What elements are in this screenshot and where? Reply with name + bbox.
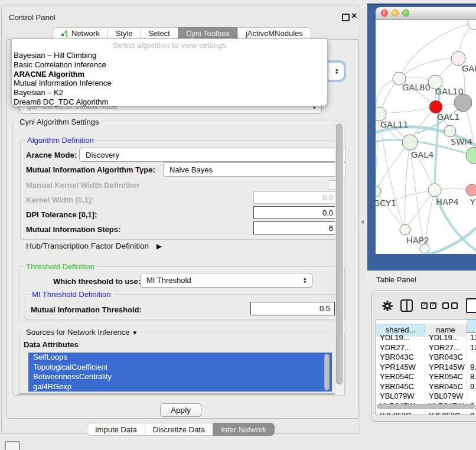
node-label-hap4: HAP4	[436, 197, 459, 207]
network-window-titlebar[interactable]	[376, 7, 476, 20]
mi-threshold-input[interactable]: 0.5	[250, 302, 335, 315]
network-node[interactable]	[454, 94, 472, 112]
network-node[interactable]	[466, 147, 476, 164]
network-node-gal4[interactable]	[402, 135, 418, 150]
select-all-columns-icon[interactable]: ✓✓	[421, 302, 436, 309]
tab-select[interactable]: Select	[141, 27, 178, 40]
settings-scrollbar-thumb[interactable]	[336, 123, 343, 384]
tab-jactivemnodules[interactable]: jActiveMNodules	[237, 27, 311, 40]
hub-definition-toggle[interactable]: Hub/Transcription Factor Definition ▶	[26, 242, 162, 250]
table-horizontal-scrollbar[interactable]	[377, 404, 475, 409]
settings-gear-icon[interactable]	[382, 300, 393, 312]
attribute-selfloops[interactable]: SelfLoops	[28, 353, 332, 363]
kernel-width-input[interactable]: 0.0	[253, 191, 338, 204]
aracne-mode-select[interactable]: Discovery ▲▼	[79, 148, 345, 162]
tab-label: Style	[116, 29, 133, 38]
node-label-gal: GAL	[462, 64, 476, 73]
table-row[interactable]: YBR043CYBR043C	[376, 353, 476, 363]
aracne-mode-value: Discovery	[86, 151, 119, 159]
which-threshold-select[interactable]: MI Threshold ▲▼	[140, 273, 312, 288]
network-node-hap2[interactable]	[400, 224, 410, 235]
panel-divider-arrow-icon[interactable]	[361, 220, 364, 224]
zoom-traffic-light-icon[interactable]	[402, 9, 409, 17]
dpi-tolerance-input[interactable]: 0.0	[253, 206, 338, 219]
node-label-y: Y	[470, 197, 475, 207]
tab-label: Infer Network	[221, 425, 266, 434]
table-row[interactable]: YBL079WYBL079W	[376, 392, 476, 402]
close-traffic-light-icon[interactable]	[381, 9, 388, 17]
algorithm-dropdown-popup: Select algorithm to view settings Bayesi…	[11, 38, 328, 106]
float-window-icon[interactable]	[342, 14, 350, 21]
node-label-gcy1: GCY1	[376, 198, 396, 208]
threshold-definition-title: Threshold Definition	[24, 262, 97, 271]
which-threshold-value: MI Threshold	[146, 276, 191, 285]
table-row[interactable]: YJL052CYJL052C9.	[376, 411, 476, 415]
table-row[interactable]: YDR27...YDR27...12	[376, 343, 476, 353]
mi-steps-input[interactable]: 6	[253, 221, 338, 234]
tab-infer-network[interactable]: Infer Network	[213, 423, 275, 436]
algorithm-option-bayesian-k2[interactable]: Bayesian – K2	[14, 88, 321, 97]
algorithm-option-basic-correlation-inference[interactable]: Basic Correlation Inference	[14, 60, 321, 70]
new-table-icon[interactable]	[466, 298, 476, 313]
network-node-y[interactable]	[466, 184, 476, 196]
deselect-all-columns-icon[interactable]	[442, 302, 458, 309]
split-columns-icon[interactable]	[400, 299, 413, 312]
network-node[interactable]	[420, 244, 429, 253]
tab-style[interactable]: Style	[107, 27, 141, 40]
network-icon	[61, 30, 69, 37]
attribute-topologicalcoefficient[interactable]: TopologicalCoefficient	[28, 363, 332, 373]
table-cell: YBL079W	[425, 392, 467, 402]
close-icon[interactable]: ×	[351, 11, 357, 21]
expand-right-arrow-icon: ▶	[157, 242, 162, 250]
tab-label: Cyni Toolbox	[186, 29, 230, 38]
table-row[interactable]: YDL19...YDL19...13	[376, 333, 476, 343]
control-panel-window: Control Panel × NetworkStyleSelectCyni T…	[1, 5, 360, 434]
algorithm-option-dream8-dc-tdc-algorithm[interactable]: Dream8 DC_TDC Algorithm	[14, 97, 321, 107]
table-row[interactable]: YBR045CYBR045C9.	[376, 382, 476, 392]
apply-button[interactable]: Apply	[160, 403, 201, 417]
table-row[interactable]: YPR145WYPR145W9.	[376, 363, 476, 373]
network-node-gcy1[interactable]	[376, 186, 381, 197]
node-table[interactable]: shared...name YDL19...YDL19...13YDR27...…	[376, 319, 476, 415]
tab-cyni-toolbox[interactable]: Cyni Toolbox	[178, 27, 237, 40]
window-title: Control Panel	[9, 13, 56, 22]
table-cell	[467, 353, 476, 363]
tab-label: Select	[149, 29, 170, 38]
cyni-settings-title: Cyni Algorithm Settings	[17, 118, 101, 126]
sources-title-label: Sources for Network Inference	[26, 328, 130, 337]
table-row[interactable]: YER054CYER054C8.	[376, 372, 476, 382]
attributes-list-scrollbar[interactable]	[324, 354, 330, 390]
tab-impute-data[interactable]: Impute Data	[87, 423, 145, 436]
minimize-traffic-light-icon[interactable]	[392, 9, 399, 17]
table-body: YDL19...YDL19...13YDR27...YDR27...12YBR0…	[376, 333, 476, 415]
sources-title[interactable]: Sources for Network Inference ▼	[24, 328, 140, 337]
network-node-swi4[interactable]	[444, 125, 456, 137]
table-cell: YPR145W	[376, 363, 425, 373]
attribute-betweennesscentrality[interactable]: BetweennessCentrality	[28, 372, 332, 382]
column-header-cut[interactable]	[467, 319, 476, 332]
network-node-gal1[interactable]	[429, 100, 442, 113]
data-attributes-list[interactable]: SelfLoopsTopologicalCoefficientBetweenne…	[28, 353, 332, 392]
node-label-gal11: GAL11	[380, 120, 409, 129]
network-canvas[interactable]: GALGAL80GAL10GAL1GAL11GAL4SWI4GCY1HAP4YH…	[376, 20, 476, 254]
tab-label: jActiveMNodules	[246, 29, 303, 38]
minimized-panel-icon[interactable]	[5, 441, 20, 450]
algorithm-option-mutual-information-inference[interactable]: Mutual Information Inference	[14, 79, 321, 88]
network-node-hap4[interactable]	[428, 184, 441, 197]
algorithm-option-aracne-algorithm[interactable]: ARACNE Algorithm	[14, 70, 321, 79]
network-node-labels: GALGAL80GAL10GAL1GAL11GAL4SWI4GCY1HAP4YH…	[376, 64, 476, 245]
algorithm-placeholder: Select algorithm to view settings	[12, 41, 327, 50]
mi-steps-label: Mutual Information Steps:	[26, 225, 120, 234]
mi-algorithm-type-select[interactable]: Naive Bayes ▲▼	[163, 162, 345, 177]
mi-threshold-title: MI Threshold Definition	[30, 290, 113, 299]
tab-discretize-data[interactable]: Discretize Data	[145, 423, 213, 436]
algorithm-option-bayesian-hill-climbing[interactable]: Bayesian – Hill Climbing	[14, 51, 321, 60]
table-header-row: shared...name	[376, 319, 476, 333]
sources-horizontal-scrollbar[interactable]	[18, 393, 343, 396]
tab-network[interactable]: Network	[53, 27, 107, 40]
table-cell: YJL052C	[376, 411, 425, 415]
kernel-width-label: Kernel Width (0,1):	[26, 195, 94, 204]
table-cell: 12	[467, 343, 476, 353]
algorithm-combobox-fragment[interactable]: ▲▼	[328, 62, 344, 80]
attribute-gal4rgexp[interactable]: gal4RGexp	[28, 382, 332, 392]
